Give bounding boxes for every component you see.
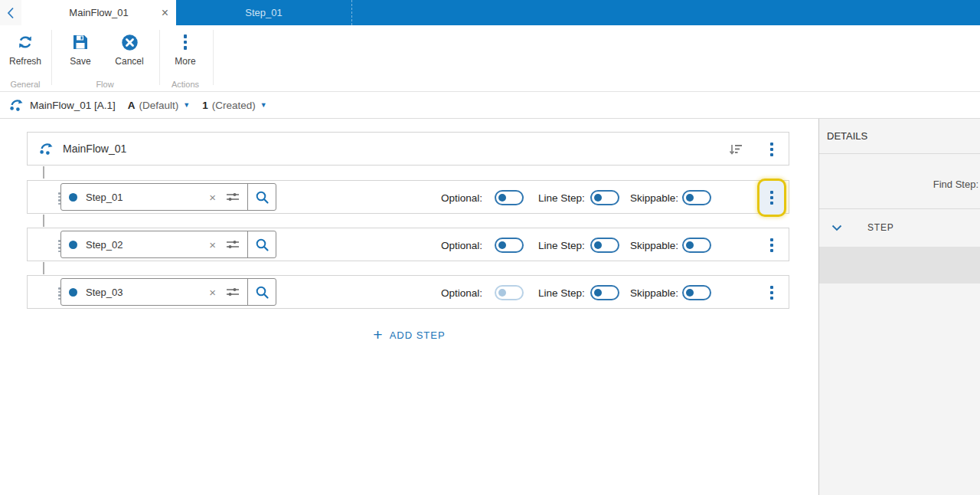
step-menu-button-highlighted[interactable] (757, 179, 786, 217)
step-status-dot-icon (69, 241, 77, 249)
version-dropdown-caret-icon[interactable]: ▼ (183, 101, 190, 109)
toggle-knob (594, 289, 602, 297)
toolbar-separator (51, 30, 52, 85)
revision-status: (Created) (212, 100, 256, 111)
optional-label: Optional: (441, 181, 482, 215)
line-step-label: Line Step: (538, 228, 585, 262)
row-connector (43, 215, 44, 227)
version-status: (Default) (139, 100, 179, 111)
cancel-icon (121, 31, 139, 53)
flow-menu-button[interactable] (757, 133, 786, 166)
plus-icon: + (373, 327, 382, 343)
line-step-toggle[interactable] (590, 285, 619, 300)
revision-dropdown-caret-icon[interactable]: ▼ (260, 101, 267, 109)
back-button[interactable] (0, 0, 21, 25)
search-icon (255, 190, 270, 205)
toggle-knob (594, 241, 602, 249)
find-step-label: Find Step: (933, 179, 978, 190)
flow-header: MainFlow_01 (27, 132, 789, 166)
chevron-down-icon (831, 225, 842, 231)
find-step-button[interactable] (247, 231, 276, 257)
toggle-knob (498, 194, 506, 202)
save-button[interactable]: Save (58, 31, 103, 79)
refresh-label: Refresh (9, 56, 41, 67)
version-value: A (128, 100, 136, 111)
group-label-general: General (0, 80, 60, 89)
step-name-field[interactable]: Step_02 × (60, 231, 276, 258)
toggle-knob (686, 241, 694, 249)
details-title: DETAILS (827, 130, 867, 142)
toggle-knob (498, 241, 506, 249)
cancel-button[interactable]: Cancel (107, 31, 152, 79)
add-step-button[interactable]: + ADD STEP (373, 327, 445, 343)
main-content: MainFlow_01 1 Step_01 × (0, 119, 980, 495)
line-step-label: Line Step: (538, 181, 585, 215)
cancel-label: Cancel (115, 56, 143, 67)
chevron-left-icon (7, 7, 15, 19)
add-step-container: + ADD STEP (0, 327, 818, 343)
refresh-button[interactable]: Refresh (3, 31, 47, 79)
tab-step01[interactable]: Step_01 (176, 0, 352, 25)
skippable-toggle[interactable] (682, 285, 711, 300)
kebab-icon (770, 285, 773, 301)
step-status-dot-icon (69, 288, 77, 297)
toolbar-separator (213, 30, 214, 85)
details-section-step[interactable]: STEP (819, 208, 980, 247)
find-step-button[interactable] (247, 279, 276, 305)
step-name: Step_02 (86, 239, 122, 251)
refresh-icon (16, 31, 34, 53)
step-name-field[interactable]: Step_01 × (60, 183, 276, 211)
row-connector (43, 166, 44, 179)
filter-options-icon[interactable] (225, 285, 240, 299)
step-menu-button[interactable] (757, 228, 786, 262)
kebab-icon (770, 238, 773, 254)
clear-icon[interactable]: × (206, 191, 219, 204)
divider (819, 153, 980, 154)
tab-step01-label: Step_01 (245, 7, 282, 18)
skippable-toggle[interactable] (682, 190, 711, 205)
sort-descending-icon (728, 142, 743, 157)
optional-label: Optional: (441, 228, 482, 262)
save-label: Save (70, 56, 90, 67)
revision-value: 1 (202, 100, 208, 111)
toggle-knob (686, 194, 694, 202)
details-placeholder-row (819, 247, 980, 284)
optional-label: Optional: (441, 276, 482, 310)
more-button[interactable]: More (163, 31, 207, 79)
line-step-toggle[interactable] (590, 238, 619, 253)
clear-icon[interactable]: × (206, 286, 219, 299)
toggle-knob (686, 289, 694, 297)
kebab-icon (770, 142, 773, 158)
kebab-icon (184, 31, 188, 53)
group-label-flow: Flow (70, 80, 139, 89)
step-name-field[interactable]: Step_03 × (60, 278, 276, 306)
search-icon (255, 285, 270, 300)
step-name: Step_03 (86, 287, 122, 298)
flow-icon (39, 142, 54, 156)
find-step-button[interactable] (247, 184, 276, 210)
skippable-toggle[interactable] (682, 238, 711, 253)
step-row-2: 2 Step_02 × Optional: Line S (27, 228, 789, 261)
toggle-knob (594, 194, 602, 202)
skippable-label: Skippable: (630, 181, 678, 215)
save-icon (72, 31, 89, 53)
line-step-toggle[interactable] (590, 190, 619, 205)
close-icon[interactable]: × (162, 0, 168, 25)
step-menu-button[interactable] (757, 276, 786, 310)
breadcrumb: MainFlow_01 [A.1] A (Default) ▼ 1 (Creat… (0, 92, 980, 119)
optional-toggle[interactable] (495, 190, 524, 205)
filter-options-icon[interactable] (225, 190, 240, 204)
filter-options-icon[interactable] (225, 238, 240, 251)
sort-button[interactable] (723, 133, 749, 166)
tab-mainflow[interactable]: MainFlow_01 × (21, 0, 176, 25)
add-step-label: ADD STEP (390, 329, 446, 341)
clear-icon[interactable]: × (206, 238, 219, 251)
flow-title: MainFlow_01 (63, 143, 126, 155)
ribbon-toolbar: Refresh Save Cancel More General Flow (0, 25, 980, 92)
kebab-icon (770, 190, 773, 206)
optional-toggle[interactable] (495, 238, 524, 253)
step-name: Step_01 (86, 192, 122, 203)
tab-strip: MainFlow_01 × Step_01 (0, 0, 980, 25)
details-panel: DETAILS Find Step: STEP (818, 119, 980, 495)
search-icon (255, 238, 270, 252)
